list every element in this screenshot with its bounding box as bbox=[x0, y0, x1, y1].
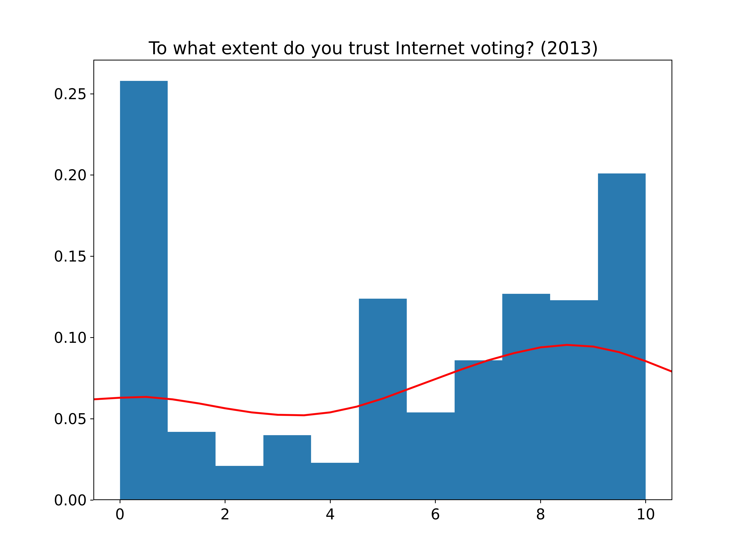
y-tick-label: 0.05 bbox=[54, 410, 93, 428]
x-tick-label: 6 bbox=[431, 500, 440, 523]
x-tick-label: 8 bbox=[536, 500, 545, 523]
x-tick-label: 4 bbox=[326, 500, 335, 523]
y-tick-label: 0.10 bbox=[54, 329, 93, 346]
chart-title: To what extent do you trust Internet vot… bbox=[0, 38, 747, 58]
chart-axes: 02468100.000.050.100.150.200.25 bbox=[93, 60, 672, 500]
y-tick-label: 0.20 bbox=[54, 166, 93, 184]
kde-line bbox=[93, 60, 672, 500]
y-tick-label: 0.25 bbox=[54, 85, 93, 103]
y-tick-label: 0.00 bbox=[54, 491, 93, 509]
figure: To what extent do you trust Internet vot… bbox=[0, 0, 747, 560]
x-tick-label: 10 bbox=[636, 500, 655, 523]
y-tick-label: 0.15 bbox=[54, 248, 93, 265]
x-tick-label: 2 bbox=[221, 500, 230, 523]
x-tick-label: 0 bbox=[115, 500, 125, 523]
